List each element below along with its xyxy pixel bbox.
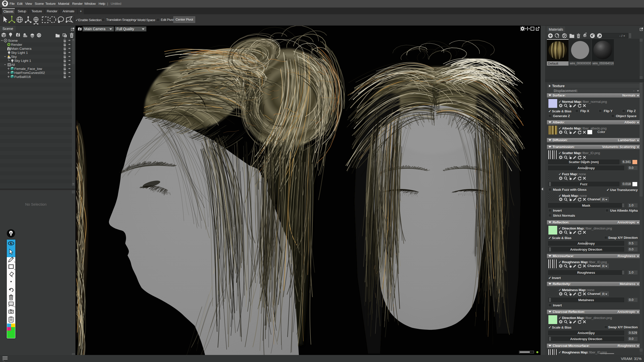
svg-text:Render: Render — [11, 43, 22, 47]
svg-text:Female_Face_low: Female_Face_low — [14, 67, 42, 71]
svg-text:Scene: Scene — [8, 39, 18, 42]
svg-text:All: All — [11, 63, 15, 67]
svg-text:>_: >_ — [3, 359, 5, 361]
svg-text:- / +: - / + — [619, 34, 625, 38]
svg-text:FurBall016: FurBall016 — [14, 75, 31, 79]
svg-text:Sky Light 1: Sky Light 1 — [11, 51, 28, 55]
svg-text:HairFromCurves002: HairFromCurves002 — [14, 71, 45, 75]
svg-text:Sky: Sky — [11, 55, 17, 59]
svg-text:Main Camera: Main Camera — [11, 47, 32, 51]
svg-text:Sky Light 1: Sky Light 1 — [14, 59, 31, 63]
